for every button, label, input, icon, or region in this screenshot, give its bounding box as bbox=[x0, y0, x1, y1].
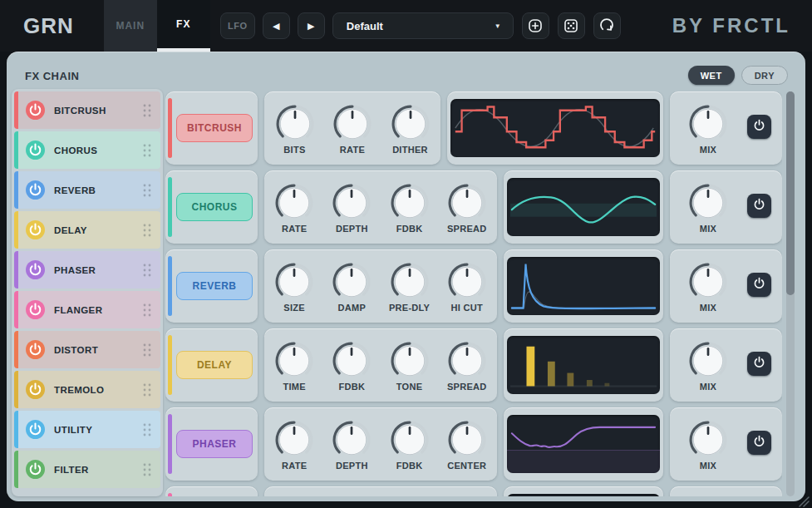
power-icon[interactable] bbox=[26, 141, 45, 160]
sidebar-item-chorus[interactable]: CHORUS bbox=[14, 131, 160, 169]
preset-next-button[interactable]: ▶ bbox=[298, 12, 325, 39]
rate-knob[interactable] bbox=[275, 184, 313, 222]
spread-knob[interactable] bbox=[448, 342, 486, 380]
sidebar-item-label: REVERB bbox=[54, 185, 96, 195]
resize-handle-icon[interactable] bbox=[796, 496, 810, 507]
size-knob[interactable] bbox=[275, 263, 313, 301]
center-knob[interactable] bbox=[448, 421, 486, 459]
sidebar-item-phaser[interactable]: PHASER bbox=[14, 251, 160, 289]
power-icon[interactable] bbox=[26, 300, 45, 319]
tone-knob[interactable] bbox=[391, 342, 429, 380]
knob-label: MIX bbox=[700, 461, 716, 471]
power-icon[interactable] bbox=[26, 220, 45, 239]
sidebar-item-tremolo[interactable]: TREMOLO bbox=[14, 371, 160, 408]
drag-handle-icon[interactable] bbox=[142, 223, 152, 238]
drag-handle-icon[interactable] bbox=[142, 303, 152, 318]
fx-badge-panel: PHASER bbox=[165, 407, 258, 481]
preset-dropdown[interactable]: Default ▼ bbox=[332, 12, 514, 39]
fx-badge-bitcrush[interactable]: BITCRUSH bbox=[176, 114, 253, 142]
reverb-power-button[interactable] bbox=[747, 273, 771, 297]
drag-handle-icon[interactable] bbox=[142, 143, 152, 158]
delay-display bbox=[507, 336, 660, 394]
hi-cut-knob[interactable] bbox=[448, 263, 486, 301]
tab-fx[interactable]: FX bbox=[157, 0, 210, 52]
sidebar-item-distort[interactable]: DISTORT bbox=[14, 331, 160, 368]
tab-main[interactable]: MAIN bbox=[104, 0, 157, 52]
knob-label: SPREAD bbox=[447, 224, 487, 234]
scrollbar-thumb[interactable] bbox=[786, 91, 795, 295]
power-icon[interactable] bbox=[26, 340, 45, 359]
dither-knob[interactable] bbox=[391, 105, 430, 143]
sidebar-item-delay[interactable]: DELAY bbox=[14, 211, 160, 249]
wet-button[interactable]: WET bbox=[688, 66, 735, 85]
chorus-power-button[interactable] bbox=[747, 194, 771, 218]
dry-button[interactable]: DRY bbox=[741, 66, 788, 85]
drag-handle-icon[interactable] bbox=[142, 183, 152, 198]
mix-panel: MIX bbox=[670, 249, 782, 323]
knobs-panel bbox=[264, 486, 497, 496]
drag-handle-icon[interactable] bbox=[142, 263, 152, 278]
phaser-power-button[interactable] bbox=[747, 431, 771, 455]
rate-knob[interactable] bbox=[333, 105, 372, 143]
fx-badge-reverb[interactable]: REVERB bbox=[176, 272, 253, 300]
fx-badge-chorus[interactable]: CHORUS bbox=[176, 193, 253, 221]
mix-knob[interactable] bbox=[689, 105, 727, 143]
fx-badge-phaser[interactable]: PHASER bbox=[176, 430, 253, 458]
drag-handle-icon[interactable] bbox=[142, 422, 152, 437]
randomize-button[interactable] bbox=[558, 12, 585, 39]
power-icon[interactable] bbox=[26, 101, 45, 120]
preset-prev-button[interactable]: ◀ bbox=[263, 12, 290, 39]
spread-knob[interactable] bbox=[448, 184, 486, 222]
depth-knob[interactable] bbox=[332, 184, 371, 222]
sidebar-item-utility[interactable]: UTILITY bbox=[14, 411, 160, 448]
fx-row-delay: DELAY TIME FDBK TONE SPREAD bbox=[165, 328, 782, 402]
fx-chain-panel: FX CHAIN WET DRY BITCRUSH CHORUS REVERB bbox=[7, 52, 805, 501]
depth-knob[interactable] bbox=[332, 421, 371, 459]
display-panel bbox=[504, 328, 663, 402]
mix-knob[interactable] bbox=[689, 184, 727, 222]
sidebar-item-reverb[interactable]: REVERB bbox=[14, 171, 160, 209]
loop-arrow-icon bbox=[599, 18, 614, 33]
sidebar-item-flanger[interactable]: FLANGER bbox=[14, 291, 160, 328]
add-preset-button[interactable] bbox=[522, 12, 549, 39]
lfo-button[interactable]: LFO bbox=[220, 12, 255, 39]
rate-knob[interactable] bbox=[275, 421, 313, 459]
time-knob[interactable] bbox=[275, 342, 313, 380]
mix-knob[interactable] bbox=[689, 263, 727, 301]
power-icon[interactable] bbox=[26, 180, 45, 200]
drag-handle-icon[interactable] bbox=[142, 382, 152, 397]
power-icon[interactable] bbox=[26, 460, 45, 479]
fx-rows-list: BITCRUSH BITS RATE DITHER bbox=[165, 91, 782, 496]
damp-knob[interactable] bbox=[332, 263, 371, 301]
power-icon bbox=[753, 277, 765, 293]
fdbk-knob[interactable] bbox=[332, 342, 371, 380]
power-icon[interactable] bbox=[26, 260, 45, 279]
sidebar-item-filter[interactable]: FILTER bbox=[14, 451, 160, 488]
fdbk-knob[interactable] bbox=[391, 421, 429, 459]
fx-row-reverb: REVERB SIZE DAMP PRE-DLY HI CUT bbox=[165, 249, 782, 323]
bitcrush-display bbox=[450, 99, 660, 157]
fx-badge-delay[interactable]: DELAY bbox=[176, 351, 253, 379]
power-icon bbox=[753, 198, 765, 214]
preset-value: Default bbox=[347, 20, 383, 32]
power-icon[interactable] bbox=[26, 420, 45, 439]
power-icon[interactable] bbox=[26, 380, 45, 399]
fdbk-knob[interactable] bbox=[391, 184, 429, 222]
cycle-button[interactable] bbox=[593, 12, 621, 39]
delay-power-button[interactable] bbox=[747, 352, 771, 376]
knob-label: TONE bbox=[396, 382, 423, 392]
sidebar-item-bitcrush[interactable]: BITCRUSH bbox=[14, 91, 160, 129]
drag-handle-icon[interactable] bbox=[142, 462, 152, 477]
drag-handle-icon[interactable] bbox=[142, 343, 152, 358]
drag-handle-icon[interactable] bbox=[142, 103, 152, 118]
knobs-panel: SIZE DAMP PRE-DLY HI CUT bbox=[264, 249, 497, 323]
fx-row-phaser: PHASER RATE DEPTH FDBK CENTER bbox=[165, 407, 782, 481]
mix-knob[interactable] bbox=[689, 421, 727, 459]
pre-dly-knob[interactable] bbox=[391, 263, 429, 301]
bits-knob[interactable] bbox=[276, 105, 314, 143]
mix-knob[interactable] bbox=[689, 342, 727, 380]
accent-bar bbox=[14, 291, 18, 328]
bitcrush-power-button[interactable] bbox=[747, 115, 771, 139]
accent-bar bbox=[14, 211, 18, 249]
chorus-display bbox=[507, 178, 660, 236]
